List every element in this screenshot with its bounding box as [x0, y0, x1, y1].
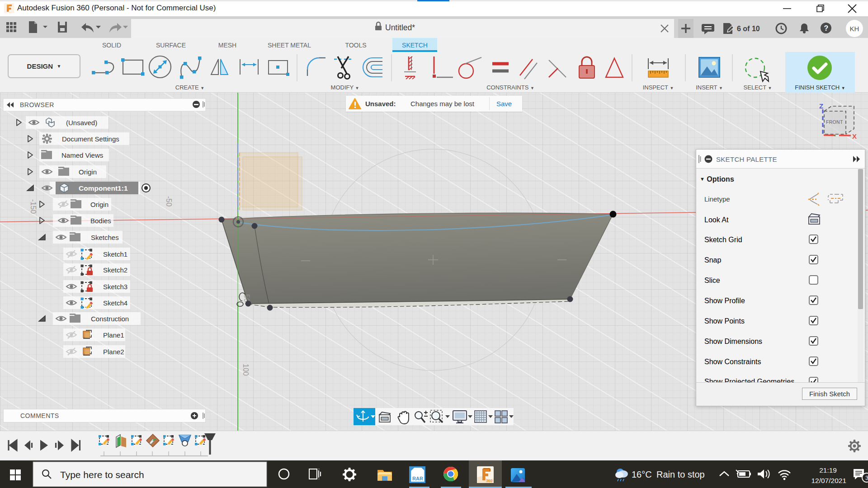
svg-text:SKETCH PALETTE: SKETCH PALETTE	[716, 155, 777, 163]
svg-text:Plane1: Plane1	[103, 331, 124, 339]
svg-text:100: 100	[242, 364, 250, 376]
svg-text:Origin: Origin	[79, 168, 97, 176]
svg-text:Sketch2: Sketch2	[103, 266, 127, 274]
svg-text:12/07/2021: 12/07/2021	[811, 477, 846, 484]
svg-text:Plane2: Plane2	[103, 348, 124, 356]
svg-text:6 of 10: 6 of 10	[737, 25, 760, 33]
svg-text:RAR: RAR	[412, 476, 423, 481]
svg-text:360: 360	[486, 479, 492, 483]
svg-text:Type here to search: Type here to search	[60, 469, 144, 480]
svg-text:?: ?	[824, 24, 829, 32]
svg-text:Rain to stop: Rain to stop	[656, 469, 705, 479]
svg-text:Construction: Construction	[91, 315, 129, 323]
svg-text:Document Settings: Document Settings	[62, 135, 119, 143]
svg-text:21:19: 21:19	[819, 466, 837, 474]
svg-text:Sketch1: Sketch1	[103, 250, 127, 258]
svg-text:Sketches: Sketches	[91, 234, 119, 241]
svg-text:16°C: 16°C	[632, 469, 652, 479]
svg-text:Bodies: Bodies	[90, 217, 111, 225]
svg-text:BROWSER: BROWSER	[20, 101, 54, 108]
svg-text:Origin: Origin	[90, 201, 108, 208]
svg-text:Z: Z	[819, 102, 823, 110]
svg-text:(Unsaved): (Unsaved)	[66, 119, 97, 127]
svg-text:Sketch4: Sketch4	[103, 299, 127, 307]
svg-text:3: 3	[865, 474, 868, 481]
svg-text:Sketch3: Sketch3	[103, 283, 127, 291]
svg-text:FRONT: FRONT	[826, 119, 843, 125]
svg-text:Named Views: Named Views	[61, 151, 103, 159]
svg-text:X: X	[852, 132, 857, 140]
svg-text:KH: KH	[850, 25, 859, 33]
svg-text:Component1:1: Component1:1	[79, 184, 128, 192]
